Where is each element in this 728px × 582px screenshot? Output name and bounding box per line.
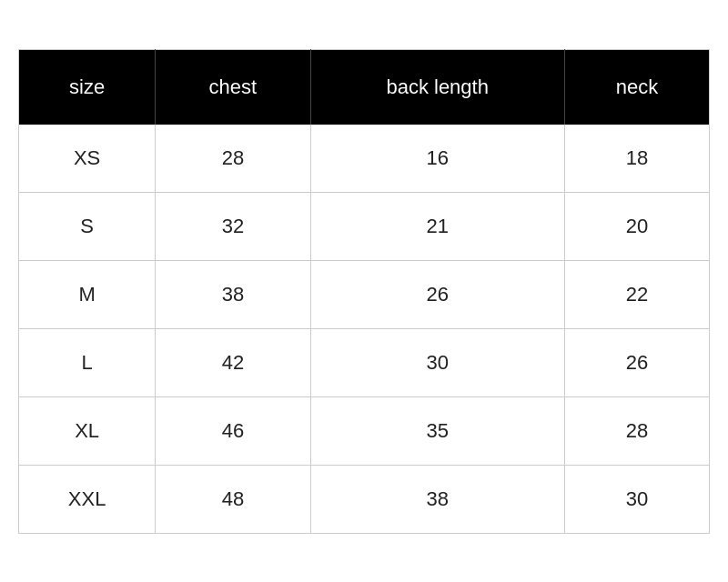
cell-size: XXL xyxy=(19,465,156,533)
size-chart-table: size chest back length neck XS281618S322… xyxy=(18,49,710,534)
cell-neck: 28 xyxy=(564,396,709,465)
table-row: S322120 xyxy=(19,192,710,260)
cell-chest: 38 xyxy=(156,260,310,328)
cell-size: L xyxy=(19,328,156,396)
cell-chest: 48 xyxy=(156,465,310,533)
cell-back-length: 16 xyxy=(310,125,564,193)
table-row: XL463528 xyxy=(19,396,710,465)
cell-back-length: 21 xyxy=(310,192,564,260)
table-body: XS281618S322120M382622L423026XL463528XXL… xyxy=(19,125,710,534)
cell-neck: 22 xyxy=(564,260,709,328)
cell-back-length: 26 xyxy=(310,260,564,328)
table-row: M382622 xyxy=(19,260,710,328)
cell-chest: 32 xyxy=(156,192,310,260)
header-back-length: back length xyxy=(310,49,564,125)
size-chart-container: size chest back length neck XS281618S322… xyxy=(18,49,710,534)
cell-neck: 20 xyxy=(564,192,709,260)
table-row: XXL483830 xyxy=(19,465,710,533)
cell-size: S xyxy=(19,192,156,260)
header-size: size xyxy=(19,49,156,125)
cell-back-length: 35 xyxy=(310,396,564,465)
cell-size: XL xyxy=(19,396,156,465)
cell-chest: 28 xyxy=(156,125,310,193)
cell-back-length: 38 xyxy=(310,465,564,533)
table-row: L423026 xyxy=(19,328,710,396)
cell-size: XS xyxy=(19,125,156,193)
cell-chest: 46 xyxy=(156,396,310,465)
cell-neck: 26 xyxy=(564,328,709,396)
table-row: XS281618 xyxy=(19,125,710,193)
header-chest: chest xyxy=(156,49,310,125)
cell-size: M xyxy=(19,260,156,328)
table-header-row: size chest back length neck xyxy=(19,49,710,125)
cell-back-length: 30 xyxy=(310,328,564,396)
cell-chest: 42 xyxy=(156,328,310,396)
cell-neck: 30 xyxy=(564,465,709,533)
header-neck: neck xyxy=(564,49,709,125)
cell-neck: 18 xyxy=(564,125,709,193)
